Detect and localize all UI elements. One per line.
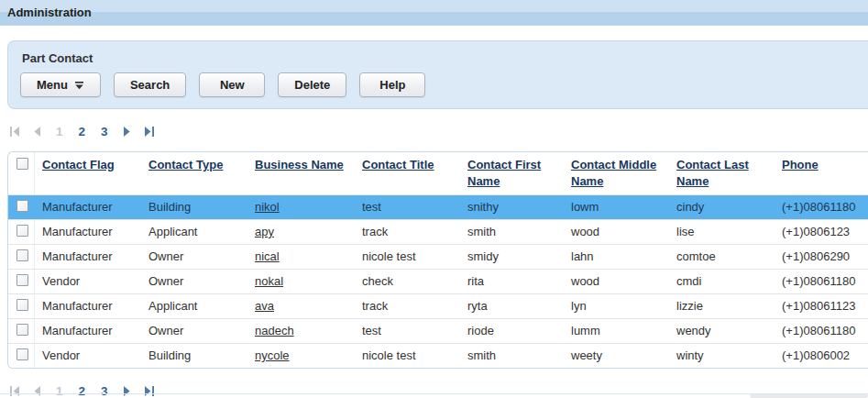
cell-phone: (+1)08061180 xyxy=(775,318,868,343)
column-header-contact-middle-name[interactable]: Contact Middle Name xyxy=(564,152,669,195)
cell-phone: (+1)0806123 xyxy=(775,219,868,244)
cell-contact-first-name: smidy xyxy=(460,244,564,269)
help-button[interactable]: Help xyxy=(359,72,425,97)
cell-contact-title: track xyxy=(355,293,460,318)
column-header-link[interactable]: Contact First Name xyxy=(467,157,560,189)
column-header-contact-first-name[interactable]: Contact First Name xyxy=(460,152,564,195)
menu-button[interactable]: Menu xyxy=(20,72,101,97)
column-header-link[interactable]: Contact Title xyxy=(362,157,434,173)
column-header-contact-title[interactable]: Contact Title xyxy=(355,152,460,195)
search-button[interactable]: Search xyxy=(114,72,186,97)
row-checkbox[interactable] xyxy=(16,274,28,286)
panel-title: Part Contact xyxy=(20,50,863,72)
row-checkbox[interactable] xyxy=(16,324,28,336)
cell-contact-middle-name: lowm xyxy=(564,195,669,219)
table-row-1-selected[interactable]: ManufacturerBuildingnikoltestsnithylowmc… xyxy=(8,195,868,219)
part-contact-panel: Part Contact Menu Search New Delete Help xyxy=(7,40,868,109)
cell-contact-last-name: comtoe xyxy=(669,244,775,269)
cell-contact-type: Owner xyxy=(141,318,247,343)
cell-business-name: ava xyxy=(247,293,355,318)
pager-page-2[interactable]: 2 xyxy=(76,125,89,138)
row-checkbox[interactable] xyxy=(16,348,28,360)
cell-contact-middle-name: wood xyxy=(564,269,669,293)
cell-contact-type: Owner xyxy=(141,244,247,269)
cell-contact-flag: Manufacturer xyxy=(35,318,141,343)
cell-contact-flag: Vendor xyxy=(35,269,141,293)
cell-business-name: nical xyxy=(247,244,355,269)
business-name-link[interactable]: apy xyxy=(255,225,274,238)
cell-contact-flag: Vendor xyxy=(35,343,141,368)
cell-contact-title: track xyxy=(355,219,460,244)
table-row-4[interactable]: VendorOwnernokalcheckritawoodcmdi(+1)080… xyxy=(8,269,868,293)
cell-contact-middle-name: lahn xyxy=(564,244,669,269)
previous-page-icon xyxy=(31,126,43,138)
last-page-icon[interactable] xyxy=(143,126,155,138)
cell-contact-title: test xyxy=(355,195,460,219)
column-header-link[interactable]: Contact Type xyxy=(148,157,223,173)
cell-contact-middle-name: lumm xyxy=(564,318,669,343)
cell-contact-middle-name: wood xyxy=(564,219,669,244)
column-header-contact-type[interactable]: Contact Type xyxy=(141,152,247,195)
column-header-link[interactable]: Business Name xyxy=(255,157,344,173)
business-name-link[interactable]: ava xyxy=(255,299,274,313)
cell-contact-last-name: cmdi xyxy=(669,269,775,293)
cell-contact-flag: Manufacturer xyxy=(35,195,141,219)
table-row-3[interactable]: ManufacturerOwnernicalnicole testsmidyla… xyxy=(8,244,868,269)
column-header-link[interactable]: Contact Last Name xyxy=(676,157,771,189)
cell-contact-first-name: snithy xyxy=(460,195,564,219)
menu-button-label: Menu xyxy=(37,78,68,92)
column-header-phone[interactable]: Phone xyxy=(775,152,868,195)
business-name-link[interactable]: nical xyxy=(255,249,280,263)
row-checkbox[interactable] xyxy=(16,249,28,261)
column-header-business-name[interactable]: Business Name xyxy=(247,152,355,195)
column-header-contact-last-name[interactable]: Contact Last Name xyxy=(669,152,775,195)
business-name-link[interactable]: nadech xyxy=(255,324,294,337)
column-header-link[interactable]: Contact Middle Name xyxy=(571,157,665,189)
business-name-link[interactable]: nikol xyxy=(255,200,280,214)
select-all-checkbox[interactable] xyxy=(16,158,28,170)
row-checkbox[interactable] xyxy=(16,200,28,212)
toolbar: Menu Search New Delete Help xyxy=(20,72,863,97)
cell-business-name: nadech xyxy=(247,318,355,343)
pager-page-3[interactable]: 3 xyxy=(98,125,111,138)
cell-business-name: nikol xyxy=(247,195,355,219)
cell-contact-type: Owner xyxy=(141,269,247,293)
cell-contact-title: nicole test xyxy=(355,244,460,269)
bottom-divider xyxy=(0,393,868,398)
delete-button[interactable]: Delete xyxy=(278,72,346,97)
table-row-6[interactable]: ManufacturerOwnernadechtestriodelummwend… xyxy=(8,318,868,343)
horizontal-scrollbar[interactable] xyxy=(750,394,868,398)
menu-dropdown-icon xyxy=(74,81,84,90)
cell-contact-type: Building xyxy=(141,195,247,219)
cell-contact-title: test xyxy=(355,318,460,343)
cell-business-name: nokal xyxy=(247,269,355,293)
cell-business-name: nycole xyxy=(247,343,355,368)
cell-business-name: apy xyxy=(247,219,355,244)
business-name-link[interactable]: nycole xyxy=(255,348,290,362)
next-page-icon[interactable] xyxy=(121,126,133,138)
cell-contact-type: Building xyxy=(141,343,247,368)
column-header-link[interactable]: Phone xyxy=(782,157,819,173)
row-checkbox[interactable] xyxy=(16,225,28,237)
cell-contact-first-name: riode xyxy=(460,318,564,343)
new-button[interactable]: New xyxy=(199,72,265,97)
table-row-2[interactable]: ManufacturerApplicantapytracksmithwoodli… xyxy=(8,219,868,244)
cell-contact-first-name: rita xyxy=(460,269,564,293)
cell-contact-title: check xyxy=(355,269,460,293)
first-page-icon xyxy=(9,126,21,138)
column-header-contact-flag[interactable]: Contact Flag xyxy=(35,152,141,195)
page-title: Administration xyxy=(7,6,92,19)
cell-phone: (+1)08061123 xyxy=(775,293,868,318)
page-header: Administration xyxy=(0,0,868,26)
table-row-7[interactable]: VendorBuildingnycolenicole testsmithweet… xyxy=(8,343,868,368)
table-row-5[interactable]: ManufacturerApplicantavatrackrytalynlizz… xyxy=(8,293,868,318)
cell-contact-first-name: smith xyxy=(460,343,564,368)
business-name-link[interactable]: nokal xyxy=(255,274,283,288)
cell-contact-last-name: winty xyxy=(669,343,775,368)
cell-phone: (+1)08061180 xyxy=(775,269,868,293)
column-header-link[interactable]: Contact Flag xyxy=(42,157,115,173)
cell-contact-flag: Manufacturer xyxy=(35,244,141,269)
row-checkbox[interactable] xyxy=(16,299,28,311)
cell-contact-type: Applicant xyxy=(141,293,247,318)
contact-table-container: Contact FlagContact TypeBusiness NameCon… xyxy=(7,151,868,369)
